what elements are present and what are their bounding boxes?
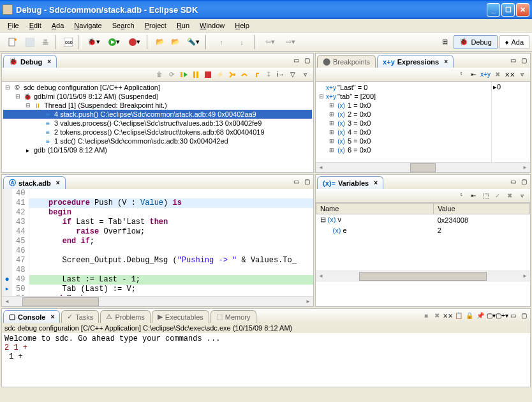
minimize-icon[interactable]: ▭ — [291, 176, 301, 186]
view-menu-icon[interactable]: ▿ — [299, 69, 311, 80]
minimize-icon[interactable]: ▭ — [508, 55, 518, 65]
filter-button[interactable]: ▽ — [287, 69, 299, 80]
remove-button[interactable]: ✖ — [492, 69, 503, 80]
step-over-button[interactable] — [239, 69, 250, 80]
collapse-button[interactable]: ⇤ — [468, 190, 479, 202]
terminate-button[interactable]: ■ — [421, 310, 431, 320]
scrollbar-h[interactable] — [2, 296, 313, 306]
table-row[interactable]: ⊟ (x) v0x234008 — [316, 214, 530, 226]
maximize-icon[interactable]: ▢ — [302, 55, 312, 65]
search-button[interactable]: 🔦▾ — [184, 35, 203, 49]
maximize-button[interactable]: ☐ — [501, 3, 515, 17]
minimize-icon[interactable]: ▭ — [508, 176, 518, 186]
tree-item[interactable]: ⊟⏸Thread [1] (Suspended: Breakpoint hit.… — [3, 101, 312, 110]
perspective-debug[interactable]: 🐞 Debug — [454, 35, 497, 49]
print-button[interactable]: 🖶 — [38, 35, 52, 49]
resume-button[interactable] — [178, 69, 189, 80]
col-value[interactable]: Value — [434, 204, 530, 214]
menu-ada[interactable]: Ada — [47, 20, 70, 31]
memory-tab[interactable]: ⬚ Memory — [211, 310, 256, 323]
terminate-button[interactable] — [202, 69, 214, 80]
step-return-button[interactable] — [251, 69, 262, 80]
back-button[interactable]: ⇦▾ — [260, 35, 279, 49]
console-output[interactable]: Welcome to sdc. Go ahead type your comma… — [2, 333, 530, 387]
open-folder-button[interactable]: 📂 — [153, 35, 167, 49]
minimize-icon[interactable]: ▭ — [508, 310, 518, 320]
perspective-ada[interactable]: ♦ Ada — [499, 35, 529, 49]
minimize-icon[interactable]: ▭ — [291, 55, 301, 65]
step-into-button[interactable] — [226, 69, 238, 80]
problems-tab[interactable]: ⚠ Problems — [100, 310, 150, 323]
display-button[interactable]: ▢▾ — [486, 310, 496, 320]
maximize-icon[interactable]: ▢ — [519, 176, 529, 186]
expr-item[interactable]: ⊞(x)6 = 0x0 — [317, 145, 490, 154]
menu-edit[interactable]: Edit — [24, 20, 47, 31]
new-button[interactable]: ✦ — [3, 35, 22, 49]
close-icon[interactable]: × — [47, 58, 51, 65]
pin-button[interactable]: 📌 — [475, 310, 485, 320]
clear-button[interactable]: 📋 — [454, 310, 464, 320]
expr-item[interactable]: ⊞(x)5 = 0x0 — [317, 137, 490, 145]
next-ann-button[interactable]: ↓ — [232, 35, 251, 49]
stack-frame[interactable]: ≡2 tokens.process() C:\eclipse\Sdc\struc… — [3, 128, 312, 137]
scrollbar-h[interactable] — [316, 162, 530, 172]
console-tab[interactable]: ▢ Console× — [3, 310, 60, 323]
executables-tab[interactable]: ▶ Executables — [152, 310, 209, 323]
collapse-all-button[interactable]: ⇤ — [468, 69, 479, 80]
close-icon[interactable]: × — [56, 179, 60, 186]
scroll-lock-button[interactable]: 🔒 — [464, 310, 475, 320]
expressions-tab[interactable]: x+y Expressions× — [377, 55, 454, 68]
drop-frame-button[interactable]: ↧ — [263, 69, 274, 80]
restart-button[interactable]: ⟳ — [166, 69, 177, 80]
prev-ann-button[interactable]: ↑ — [212, 35, 231, 49]
table-row[interactable]: (x) e2 — [316, 225, 530, 235]
expr-item[interactable]: ⊞(x)2 = 0x0 — [317, 110, 490, 119]
minimize-button[interactable]: _ — [487, 3, 500, 17]
maximize-icon[interactable]: ▢ — [519, 55, 529, 65]
run-button[interactable]: ▾ — [105, 35, 124, 49]
menu-project[interactable]: Project — [140, 20, 172, 31]
open-perspective-button[interactable]: ⊞ — [438, 35, 452, 49]
tasks-tab[interactable]: ✓ Tasks — [61, 310, 99, 323]
menu-run[interactable]: Run — [172, 20, 195, 31]
stack-frame[interactable]: ≡4 stack.push() C:\eclipse\Sdc\common\st… — [3, 110, 312, 119]
show-type-button[interactable]: ᵗ — [455, 69, 467, 80]
enable-button[interactable]: ✓ — [492, 190, 503, 202]
expr-item[interactable]: ⊞(x)4 = 0x0 — [317, 128, 490, 137]
debug-tab[interactable]: 🐞 Debug× — [3, 55, 57, 68]
menu-navigate[interactable]: Navigate — [69, 20, 107, 31]
maximize-icon[interactable]: ▢ — [302, 176, 312, 186]
expr-item[interactable]: ⊞(x)1 = 0x0 — [317, 101, 490, 110]
expr-item[interactable]: x+y"Last" = 0 — [317, 83, 490, 92]
binary-button[interactable]: 010 — [61, 35, 75, 49]
suspend-button[interactable] — [190, 69, 202, 80]
remove-button[interactable]: ✖ — [504, 190, 515, 202]
breakpoint-marker[interactable]: ●▸ — [2, 275, 12, 294]
debug-tree[interactable]: ⊟©sdc debug configuration [C/C++ Applica… — [2, 82, 313, 172]
show-type-button[interactable]: ᵗ — [455, 190, 467, 202]
forward-button[interactable]: ⇨▾ — [281, 35, 300, 49]
variables-table[interactable]: NameValue ⊟ (x) v0x234008 (x) e2 — [316, 203, 530, 235]
save-button[interactable] — [23, 35, 37, 49]
open-type-button[interactable]: 📂 — [168, 35, 182, 49]
remove-all-button[interactable]: ⨯⨯ — [443, 310, 453, 320]
debug-button[interactable]: 🐞▾ — [84, 35, 103, 49]
menu-search[interactable]: Search — [107, 20, 140, 31]
expr-item[interactable]: ⊟x+y"tab" = [200] — [317, 92, 490, 101]
variables-tab[interactable]: (x)= Variables× — [317, 176, 383, 189]
stack-frame[interactable]: ≡1 sdc() C:\eclipse\Sdc\common\sdc.adb:3… — [3, 137, 312, 145]
tree-item[interactable]: ▸gdb (10/15/09 8:12 AM) — [3, 145, 312, 154]
remove-terminated-button[interactable]: 🗑 — [154, 69, 165, 80]
breakpoints-tab[interactable]: ⬤ Breakpoints — [317, 55, 376, 68]
open-console-button[interactable]: ▢+▾ — [497, 310, 507, 320]
view-menu-icon[interactable]: ▿ — [516, 190, 528, 202]
expr-item[interactable]: ⊞(x)3 = 0x0 — [317, 119, 490, 128]
close-icon[interactable]: × — [374, 179, 378, 186]
close-icon[interactable]: × — [50, 313, 54, 320]
close-button[interactable]: ✕ — [516, 3, 529, 17]
maximize-icon[interactable]: ▢ — [519, 310, 529, 320]
remove-button[interactable]: ✖ — [432, 310, 442, 320]
ext-tools-button[interactable]: ▾ — [125, 35, 144, 49]
add-expr-button[interactable]: x+y — [480, 69, 491, 80]
remove-all-button[interactable]: ⨯⨯ — [504, 69, 515, 80]
